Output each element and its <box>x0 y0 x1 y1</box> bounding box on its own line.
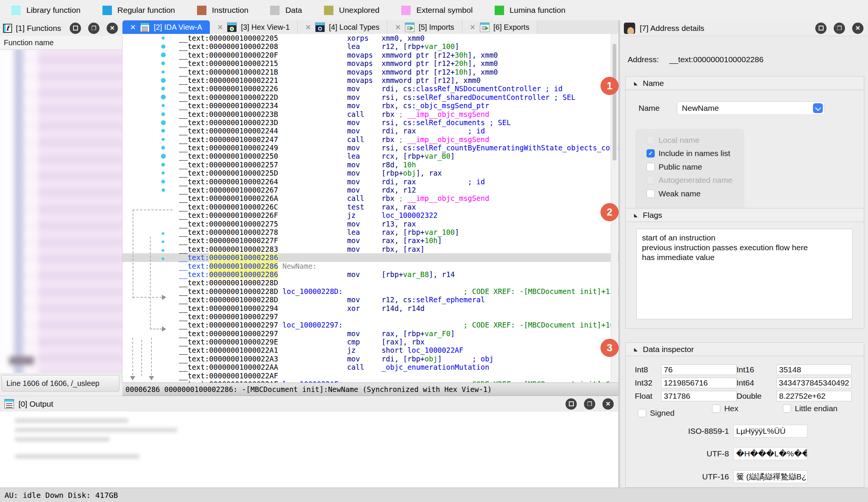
disasm-line[interactable]: __text:0000000100002249 mov rsi, cs:selR… <box>179 144 618 152</box>
tab-close-icon[interactable]: ✕ <box>305 23 311 32</box>
disasm-line[interactable]: __text:000000010000221B movaps xmmword p… <box>179 68 618 76</box>
name-section-header[interactable]: ◣ Name <box>625 76 864 90</box>
disasm-line[interactable]: __text:00000001000022AF <box>179 372 618 380</box>
dock-icon[interactable] <box>815 23 827 34</box>
disasm-line[interactable]: __text:0000000100002297 <box>179 312 618 321</box>
checkbox-icon[interactable] <box>646 163 655 171</box>
disasm-line[interactable]: __text:0000000100002267 mov rdx, r12 <box>179 186 618 194</box>
checkbox-signed[interactable]: Signed <box>638 409 674 418</box>
disasm-line[interactable]: __text:0000000100002286 NewName: <box>179 262 618 270</box>
disasm-line[interactable]: __text:0000000100002264 mov rdi, rax ; i… <box>179 178 618 186</box>
disasm-line[interactable]: __text:0000000100002250 lea rcx, [rbp+va… <box>179 152 618 160</box>
disasm-line[interactable]: __text:0000000100002286 mov [rbp+var_B8]… <box>179 270 618 279</box>
checkbox-icon[interactable] <box>638 409 646 417</box>
flags-section-header[interactable]: ◣ Flags <box>625 208 864 222</box>
inspector-field-int16[interactable]: 35148 <box>776 364 852 375</box>
disasm-line[interactable]: __text:000000010000222D mov rsi, cs:selR… <box>179 93 618 101</box>
disasm-line[interactable]: __text:000000010000229E cmp [rax], rbx <box>179 338 618 346</box>
float-icon[interactable]: ❐ <box>88 23 99 34</box>
disasm-line[interactable]: __text:0000000100002275 mov r13, rax <box>179 220 618 228</box>
disasm-line[interactable]: __text:0000000100002257 mov r8d, 10h <box>179 161 618 169</box>
checkbox-autogenerated-name[interactable]: Autogenerated name <box>635 174 744 187</box>
disasm-line[interactable]: __text:0000000100002208 lea r12, [rbp+va… <box>179 42 618 51</box>
inspector-field-int64[interactable]: 3434737845340492 <box>776 378 852 388</box>
float-icon[interactable]: ❐ <box>834 23 845 34</box>
dock-icon[interactable] <box>70 23 81 34</box>
inspector-field-int32[interactable]: 1219856716 <box>661 378 737 388</box>
collapse-triangle-icon[interactable]: ◣ <box>634 81 637 86</box>
collapse-triangle-icon[interactable]: ◣ <box>634 347 637 352</box>
close-icon[interactable]: ✕ <box>852 23 863 34</box>
disasm-line[interactable]: __text:0000000100002215 movaps xmmword p… <box>179 59 618 67</box>
disasm-line[interactable]: __text:00000001000022A1 jz short loc_100… <box>179 346 618 354</box>
output-panel-content[interactable] <box>0 412 618 487</box>
dock-icon[interactable] <box>565 398 577 410</box>
inspector-field-float[interactable]: 371786 <box>661 391 737 401</box>
checkbox-include-in-names-list[interactable]: ✓Include in names list <box>635 147 744 161</box>
disasm-line[interactable]: __text:000000010000228D loc_10000228D: ;… <box>179 287 618 295</box>
name-combobox[interactable]: NewName <box>677 101 825 115</box>
checkbox-icon[interactable] <box>646 176 655 184</box>
disasm-line[interactable]: __text:000000010000228D <box>179 279 618 287</box>
disasm-line[interactable]: __text:0000000100002283 mov rbx, [rax] <box>179 245 618 253</box>
checkbox-public-name[interactable]: Public name <box>635 160 744 174</box>
chevron-down-icon[interactable] <box>813 103 823 113</box>
disasm-line[interactable]: __text:000000010000220F movaps xmmword p… <box>179 51 618 59</box>
ida-view-disassembly[interactable]: __text:0000000100002205 xorps xmm0, xmm0… <box>122 34 618 383</box>
encoding-value-field[interactable]: LµHÿÿÿL%ÜÙ <box>734 425 807 438</box>
tab-close-icon[interactable]: ✕ <box>470 23 476 32</box>
tab-close-icon[interactable]: ✕ <box>395 23 401 32</box>
disasm-line[interactable]: __text:0000000100002278 lea rax, [rbp+va… <box>179 228 618 236</box>
float-icon[interactable]: ❐ <box>584 398 595 410</box>
checkbox-weak-name[interactable]: Weak name <box>635 187 744 200</box>
inspector-field-int8[interactable]: 76 <box>661 364 737 375</box>
disasm-line[interactable]: __text:0000000100002286 <box>122 253 618 262</box>
collapse-triangle-icon[interactable]: ◣ <box>634 213 637 218</box>
flags-text-box[interactable]: start of an instructionprevious instruct… <box>636 229 853 319</box>
tab-close-icon[interactable]: ✕ <box>217 23 223 32</box>
close-icon[interactable]: ✕ <box>107 23 118 34</box>
disasm-line[interactable]: __text:000000010000226C test rax, rax <box>179 203 618 211</box>
disasm-line[interactable]: __text:00000001000022A3 mov rdi, [rbp+ob… <box>179 355 618 363</box>
checkbox-icon[interactable] <box>712 404 720 413</box>
tab-local-types[interactable]: ✕[4] Local Types <box>298 20 387 34</box>
disasm-line[interactable]: __text:000000010000227F mov rax, [rax+10… <box>179 236 618 245</box>
disasm-line[interactable]: __text:000000010000223B call rbx ; __imp… <box>179 110 618 118</box>
disasm-line[interactable]: __text:00000001000022AA call _objc_enume… <box>179 363 618 371</box>
checkbox-icon[interactable] <box>783 404 791 413</box>
disasm-line[interactable]: __text:0000000100002234 mov rbx, cs:_obj… <box>179 101 618 110</box>
panel-divider[interactable] <box>618 20 620 488</box>
disasm-line[interactable]: __text:000000010000226F jz loc_100002322 <box>179 211 618 219</box>
encoding-value-field[interactable]: 籆 (䜌譎䜌禪鷙䜌B¿ <box>734 470 807 483</box>
data-inspector-header[interactable]: ◣ Data inspector <box>625 342 864 356</box>
disasm-line[interactable]: __text:000000010000228D mov r12, cs:selR… <box>179 295 618 304</box>
function-name-column-header[interactable]: Function name <box>0 36 122 50</box>
checkbox-little-endian[interactable]: Little endian <box>783 404 837 413</box>
disasm-line[interactable]: __text:0000000100002226 mov rdi, cs:clas… <box>179 84 618 93</box>
tab-hex-view[interactable]: ✕[3] Hex View-1 <box>210 20 298 34</box>
close-icon[interactable]: ✕ <box>602 398 614 410</box>
disasm-line[interactable]: __text:00000001000022AF loc_1000022AF: ;… <box>179 380 618 383</box>
disasm-line[interactable]: __text:000000010000225D mov [rbp+obj], r… <box>179 169 618 177</box>
disasm-line[interactable]: __text:000000010000226A call rbx ; __imp… <box>179 194 618 202</box>
checkbox-icon[interactable] <box>646 136 655 144</box>
scrollbar-thumb[interactable] <box>613 44 616 161</box>
function-list-blurred[interactable] <box>0 50 122 373</box>
inspector-field-double[interactable]: 8.22752e+62 <box>776 391 852 401</box>
disasm-line[interactable]: __text:0000000100002294 xor r14d, r14d <box>179 304 618 312</box>
disasm-line[interactable]: __text:0000000100002221 movaps xmmword p… <box>179 76 618 84</box>
tab-exports[interactable]: ✕[6] Exports <box>462 20 538 34</box>
disasm-line[interactable]: __text:0000000100002247 call rbx ; __imp… <box>179 135 618 144</box>
tab-imports[interactable]: ✕[5] Imports <box>387 20 462 34</box>
disasm-line[interactable]: __text:000000010000223D mov rsi, cs:selR… <box>179 118 618 127</box>
checkbox-hex[interactable]: Hex <box>712 404 738 413</box>
disasm-line[interactable]: __text:0000000100002244 mov rdi, rax ; i… <box>179 127 618 135</box>
checkbox-local-name[interactable]: Local name <box>635 133 744 147</box>
checkbox-icon[interactable] <box>646 190 655 198</box>
tab-close-icon[interactable]: ✕ <box>130 23 136 32</box>
checkbox-icon[interactable]: ✓ <box>646 149 655 158</box>
disasm-line[interactable]: __text:0000000100002297 mov rax, [rbp+va… <box>179 329 618 338</box>
tab-ida-view[interactable]: ✕[2] IDA View-A <box>122 20 210 34</box>
disasm-line[interactable]: __text:0000000100002297 loc_100002297: ;… <box>179 321 618 329</box>
encoding-value-field[interactable]: �H���L�%�� <box>734 447 807 460</box>
